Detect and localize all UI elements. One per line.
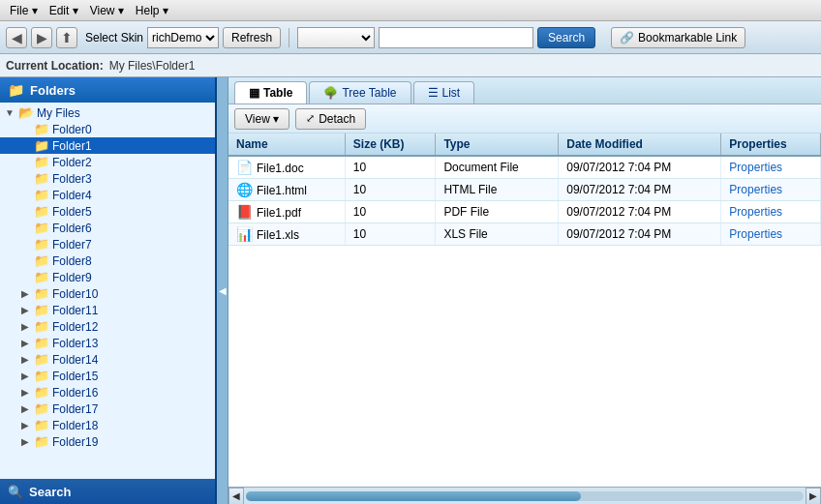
expand-icon-folder10[interactable]: ▶: [19, 288, 31, 300]
tree-item-folder2[interactable]: ▶📁Folder2: [0, 154, 215, 170]
menu-edit[interactable]: Edit ▾: [44, 2, 84, 19]
scroll-thumb[interactable]: [246, 491, 581, 501]
horizontal-scrollbar[interactable]: ◀ ▶: [228, 487, 821, 504]
tab-table-label: Table: [263, 86, 292, 100]
back-button[interactable]: ◀: [6, 27, 27, 48]
menu-help[interactable]: Help ▾: [130, 2, 174, 19]
tree-item-folder13[interactable]: ▶📁Folder13: [0, 335, 215, 351]
tree-item-myfiles[interactable]: ▼ 📂 My Files: [0, 104, 215, 121]
table-row[interactable]: 📕File1.pdf 10 PDF File 09/07/2012 7:04 P…: [228, 201, 821, 223]
tree-item-folder16[interactable]: ▶📁Folder16: [0, 384, 215, 400]
expand-icon-folder19[interactable]: ▶: [19, 436, 31, 448]
tree-item-folder12[interactable]: ▶📁Folder12: [0, 318, 215, 335]
tree-item-folder17[interactable]: ▶📁Folder17: [0, 400, 215, 417]
col-header-date[interactable]: Date Modified: [559, 133, 721, 156]
search-button[interactable]: Search: [537, 27, 595, 48]
tree-item-folder5[interactable]: ▶📁Folder5: [0, 203, 215, 220]
expand-icon-folder13[interactable]: ▶: [19, 338, 31, 349]
col-header-type[interactable]: Type: [436, 133, 559, 156]
detach-button[interactable]: ⤢ Detach: [295, 108, 366, 130]
file-properties[interactable]: Properties: [721, 156, 821, 179]
expand-icon-folder17[interactable]: ▶: [19, 403, 31, 415]
tree-label-folder2: Folder2: [52, 156, 92, 169]
scroll-left-button[interactable]: ◀: [228, 488, 244, 505]
tab-tree-table[interactable]: 🌳 Tree Table: [309, 81, 410, 104]
tree-item-folder18[interactable]: ▶📁Folder18: [0, 417, 215, 433]
tree-label-folder16: Folder16: [52, 386, 98, 400]
tree-item-folder14[interactable]: ▶📁Folder14: [0, 351, 215, 368]
properties-link-html[interactable]: Properties: [729, 183, 782, 196]
bookmarkable-link-label: Bookmarkable Link: [638, 31, 737, 44]
properties-link-doc[interactable]: Properties: [729, 161, 782, 174]
table-row[interactable]: 🌐File1.html 10 HTML File 09/07/2012 7:04…: [228, 179, 821, 201]
bookmarkable-link-button[interactable]: 🔗 Bookmarkable Link: [611, 27, 745, 48]
tree-item-folder1[interactable]: ▶ 📁 Folder1: [0, 137, 215, 154]
scroll-right-button[interactable]: ▶: [806, 488, 821, 505]
tree-item-folder0[interactable]: ▶ 📁 Folder0: [0, 121, 215, 137]
folder-icon-folder0: 📁: [34, 122, 49, 136]
file-table[interactable]: Name Size (KB) Type Date Modified Proper…: [228, 133, 821, 487]
expand-icon-folder15[interactable]: ▶: [19, 371, 31, 382]
collapse-handle[interactable]: ◀: [217, 77, 228, 504]
tree-item-folder15[interactable]: ▶📁Folder15: [0, 368, 215, 384]
tree-label-myfiles: My Files: [37, 106, 80, 120]
forward-button[interactable]: ▶: [31, 27, 52, 48]
tree-item-folder3[interactable]: ▶📁Folder3: [0, 170, 215, 187]
file-list-table: Name Size (KB) Type Date Modified Proper…: [228, 133, 821, 246]
tree-item-folder19[interactable]: ▶📁Folder19: [0, 433, 215, 450]
tree-label-folder1: Folder1: [52, 139, 92, 153]
tree-label-folder19: Folder19: [52, 435, 98, 449]
tab-list[interactable]: ☰ List: [413, 81, 475, 104]
properties-link-pdf[interactable]: Properties: [729, 205, 782, 219]
expand-icon-myfiles: ▼: [4, 107, 15, 119]
tree-label-folder17: Folder17: [52, 402, 98, 416]
detach-label: Detach: [319, 112, 355, 126]
expand-icon-folder12[interactable]: ▶: [19, 321, 31, 333]
tree-label-folder4: Folder4: [52, 189, 92, 202]
search-input[interactable]: [379, 27, 533, 48]
expand-icon-folder11[interactable]: ▶: [19, 305, 31, 316]
tree-item-folder4[interactable]: ▶📁Folder4: [0, 187, 215, 203]
tree-item-folder10[interactable]: ▶📁Folder10: [0, 285, 215, 302]
tree-item-folder8[interactable]: ▶📁Folder8: [0, 252, 215, 269]
expand-icon-folder16[interactable]: ▶: [19, 387, 31, 399]
menu-file[interactable]: File ▾: [4, 2, 44, 19]
expand-icon-folder14[interactable]: ▶: [19, 354, 31, 366]
tree-item-folder6[interactable]: ▶📁Folder6: [0, 220, 215, 236]
tree-label-folder3: Folder3: [52, 172, 92, 186]
up-button[interactable]: ⬆: [56, 27, 77, 48]
menu-view[interactable]: View ▾: [84, 2, 130, 19]
file-date: 09/07/2012 7:04 PM: [559, 179, 721, 201]
expand-icon-folder18[interactable]: ▶: [19, 420, 31, 431]
folder-icon: 📁: [8, 82, 24, 98]
file-properties[interactable]: Properties: [721, 223, 821, 246]
tree-label-folder11: Folder11: [52, 304, 98, 317]
file-name: 📊File1.xls: [228, 223, 345, 246]
view-button[interactable]: View ▾: [234, 108, 289, 130]
col-header-name[interactable]: Name: [228, 133, 345, 156]
sidebar-search[interactable]: 🔍 Search: [0, 479, 215, 504]
filter-select[interactable]: [297, 27, 375, 48]
file-properties[interactable]: Properties: [721, 201, 821, 223]
table-row[interactable]: 📊File1.xls 10 XLS File 09/07/2012 7:04 P…: [228, 223, 821, 246]
properties-link-xls[interactable]: Properties: [729, 227, 782, 241]
file-icon-doc: 📄: [236, 160, 253, 175]
scroll-track[interactable]: [246, 491, 804, 501]
file-icon-xls: 📊: [236, 226, 253, 242]
col-header-properties[interactable]: Properties: [721, 133, 821, 156]
file-size: 10: [345, 156, 436, 179]
col-header-size[interactable]: Size (KB): [345, 133, 436, 156]
tree-item-folder11[interactable]: ▶📁Folder11: [0, 302, 215, 318]
refresh-button[interactable]: Refresh: [223, 27, 281, 48]
file-properties[interactable]: Properties: [721, 179, 821, 201]
file-type: HTML File: [436, 179, 559, 201]
tree-item-folder7[interactable]: ▶📁Folder7: [0, 236, 215, 252]
sidebar-tree[interactable]: ▼ 📂 My Files ▶ 📁 Folder0 ▶ 📁 Folder1 ▶📁F…: [0, 103, 215, 479]
tree-item-folder9[interactable]: ▶📁Folder9: [0, 269, 215, 285]
table-row[interactable]: 📄File1.doc 10 Document File 09/07/2012 7…: [228, 156, 821, 179]
tab-table[interactable]: ▦ Table: [234, 81, 307, 104]
toolbar: ◀ ▶ ⬆ Select Skin richDemo Refresh Searc…: [0, 21, 821, 54]
tree-label-folder6: Folder6: [52, 222, 92, 235]
file-name: 🌐File1.html: [228, 179, 345, 201]
skin-select[interactable]: richDemo: [147, 27, 219, 48]
